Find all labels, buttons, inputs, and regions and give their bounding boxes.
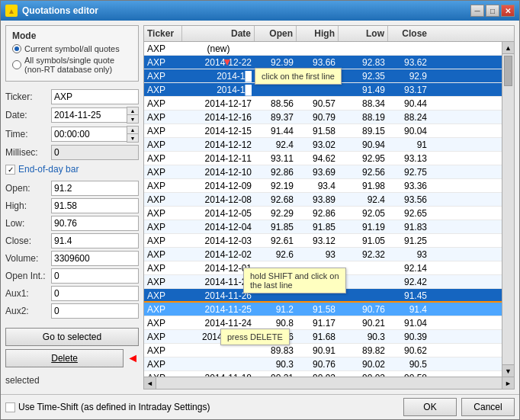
- quotations-editor-window: ▲ Quotations editor ─ □ ✕ Mode Current s…: [0, 0, 520, 420]
- close-label: Close:: [5, 236, 51, 246]
- cell-ticker: AXP: [144, 97, 182, 110]
- table-row[interactable]: AXP 2014-12-16 89.37 90.79 88.19 88.24: [144, 111, 502, 124]
- cell-high: 90.93: [297, 371, 339, 377]
- col-date: Date: [182, 26, 255, 41]
- table-row[interactable]: AXP 2014-12-17 88.56 90.57 88.34 90.44: [144, 97, 502, 111]
- table-row[interactable]: AXP 2014-12-02 92.6 93 92.32 93: [144, 248, 502, 261]
- radio-btn-all[interactable]: [12, 60, 21, 69]
- radio-all-symbols[interactable]: All symbols/single quote(non-RT database…: [12, 56, 132, 74]
- cell-open: 93.11: [255, 152, 297, 165]
- table-row[interactable]: AXP 2014-12-10 92.86 93.69 92.56 92.75: [144, 165, 502, 179]
- cell-close: 91.4: [388, 303, 430, 316]
- cell-high: 91.58: [297, 124, 339, 137]
- maximize-button[interactable]: □: [486, 5, 499, 17]
- eod-checkbox[interactable]: ✓: [5, 165, 15, 175]
- close-button[interactable]: ✕: [501, 5, 515, 17]
- date-up-button[interactable]: ▲: [127, 107, 138, 115]
- table-row[interactable]: AXP 2014-11-██ 91.66 91.68 90.3 90.39 pr…: [144, 330, 502, 344]
- aux2-input[interactable]: [51, 303, 139, 319]
- delete-button[interactable]: Delete: [5, 349, 124, 367]
- low-input[interactable]: [51, 216, 139, 231]
- cell-ticker: AXP: [144, 42, 182, 55]
- cell-close: 93: [388, 248, 430, 261]
- cell-close: 90.62: [388, 344, 430, 357]
- main-content: Mode Current symbol/all quotes All symbo…: [1, 21, 519, 419]
- cell-date: 2014-12-12: [182, 138, 255, 151]
- title-bar: ▲ Quotations editor ─ □ ✕: [1, 1, 519, 21]
- volume-row: Volume:: [5, 251, 139, 266]
- cell-low: 92.35: [339, 69, 388, 82]
- table-row[interactable]: AXP 2014-12-11 93.11 94.62 92.95 93.13: [144, 152, 502, 165]
- hscroll-track[interactable]: [156, 377, 502, 389]
- volume-input[interactable]: [51, 251, 139, 266]
- close-input[interactable]: [51, 233, 139, 248]
- radio-current-symbol[interactable]: Current symbol/all quotes: [12, 44, 132, 53]
- table-row[interactable]: AXP 90.3 90.76 90.02 90.5: [144, 357, 502, 371]
- table-row[interactable]: AXP 89.83 90.91 89.82 90.62: [144, 344, 502, 357]
- table-row[interactable]: AXP 2014-12-12 92.4 93.02 90.94 91: [144, 138, 502, 152]
- cell-close: 90.44: [388, 97, 430, 110]
- table-row[interactable]: AXP 2014-11-24 90.8 91.17 90.21 91.04: [144, 316, 502, 330]
- openint-label: Open Int.:: [5, 271, 51, 281]
- aux1-input[interactable]: [51, 286, 139, 301]
- table-row[interactable]: AXP 2014-12-08 92.68 93.89 92.4 93.56: [144, 193, 502, 207]
- millisec-row: Millisec:: [5, 145, 139, 160]
- cell-close: 91: [388, 138, 430, 151]
- table-row[interactable]: AXP 2014-12-05 92.29 92.86 92.05 92.65: [144, 207, 502, 220]
- time-down-button[interactable]: ▼: [127, 134, 138, 142]
- table-row[interactable]: AXP 2014-12-04 91.85 91.85 91.19 91.83: [144, 220, 502, 234]
- time-input[interactable]: [51, 127, 127, 142]
- cell-date: [182, 357, 255, 370]
- time-up-button[interactable]: ▲: [127, 127, 138, 134]
- minimize-button[interactable]: ─: [470, 5, 484, 17]
- cell-ticker: AXP: [144, 234, 182, 247]
- go-to-selected-button[interactable]: Go to selected: [5, 328, 139, 346]
- tooltip-click-first: click on the first line: [255, 68, 342, 85]
- aux1-row: Aux1:: [5, 286, 139, 301]
- close-row: Close:: [5, 233, 139, 248]
- table-row[interactable]: AXP 2014-1█ 92.35 92.9 click on the firs…: [144, 69, 502, 83]
- high-row: High:: [5, 198, 139, 213]
- timeshift-checkbox[interactable]: [5, 402, 15, 412]
- cell-low: 90.76: [339, 303, 388, 316]
- cell-close: 91.45: [388, 289, 430, 301]
- table-row[interactable]: AXP 2014-11-28 92.42 hold SHIFT and clic…: [144, 275, 502, 289]
- radio-btn-current[interactable]: [12, 44, 21, 53]
- col-open: Open: [255, 26, 297, 41]
- cell-date: 2014-1█: [182, 83, 255, 96]
- table-row[interactable]: AXP 2014-12-09 92.19 93.4 91.98 93.36: [144, 179, 502, 193]
- cancel-button[interactable]: Cancel: [461, 398, 515, 416]
- cell-open: 92.19: [255, 179, 297, 192]
- ticker-label: Ticker:: [5, 91, 51, 102]
- cell-low: 90.03: [339, 371, 388, 377]
- scroll-thumb[interactable]: [504, 56, 512, 86]
- horizontal-scrollbar: ◄ ►: [144, 377, 514, 389]
- scroll-up-button[interactable]: ▲: [502, 42, 514, 54]
- cell-ticker: AXP: [144, 275, 182, 288]
- table-row[interactable]: AXP 2014-11-18 90.21 90.93 90.03 90.58: [144, 371, 502, 377]
- table-row[interactable]: AXP 2014-12-03 92.61 93.12 91.05 91.25: [144, 234, 502, 248]
- cell-ticker: AXP: [144, 248, 182, 261]
- cell-low: 90.3: [339, 330, 388, 343]
- date-down-button[interactable]: ▼: [127, 115, 138, 123]
- date-input[interactable]: [51, 107, 127, 123]
- table-row[interactable]: AXP 2014-12-15 91.44 91.58 89.15 90.04: [144, 124, 502, 138]
- openint-input[interactable]: [51, 268, 139, 284]
- time-row: Time: ▲ ▼: [5, 126, 139, 143]
- table-row[interactable]: AXP (new): [144, 42, 502, 56]
- cell-open: 92.99: [255, 56, 297, 69]
- ticker-input[interactable]: [51, 89, 139, 104]
- high-input[interactable]: [51, 198, 139, 213]
- table-row[interactable]: AXP 2014-1█ 91.49 93.17: [144, 83, 502, 97]
- hscroll-right-button[interactable]: ►: [502, 377, 514, 390]
- millisec-input[interactable]: [51, 145, 139, 160]
- cell-ticker: AXP: [144, 179, 182, 192]
- cell-high: 93: [297, 248, 339, 261]
- cell-open: 88.56: [255, 97, 297, 110]
- hscroll-left-button[interactable]: ◄: [144, 377, 156, 390]
- scroll-down-button[interactable]: ▼: [502, 364, 514, 377]
- cell-ticker: AXP: [144, 152, 182, 165]
- ok-button[interactable]: OK: [403, 398, 457, 416]
- open-input[interactable]: [51, 181, 139, 196]
- table-row[interactable]: AXP 2014-11-25 91.2 91.58 90.76 91.4: [144, 303, 502, 316]
